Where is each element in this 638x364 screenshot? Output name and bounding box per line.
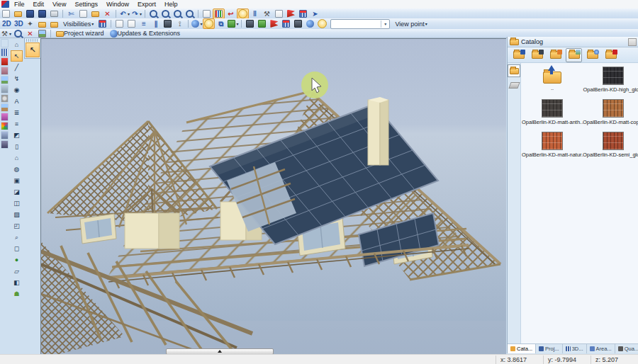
image-icon[interactable] bbox=[1, 76, 9, 84]
save-all-button[interactable] bbox=[36, 8, 48, 19]
tab-3d[interactable]: 3D... bbox=[563, 344, 587, 353]
tiles-tool[interactable]: ▨ bbox=[11, 209, 23, 220]
copy-button[interactable] bbox=[77, 8, 89, 19]
earth-button[interactable] bbox=[304, 18, 316, 29]
grid-flag-button[interactable] bbox=[297, 8, 309, 19]
category-layers-button[interactable] bbox=[508, 79, 520, 91]
catalog-item-tile[interactable]: OpalBerlin-KD-matt-anth... bbox=[522, 97, 583, 125]
catalog-materials-button[interactable] bbox=[547, 48, 564, 62]
active-select-tool[interactable]: ↖ bbox=[26, 42, 40, 57]
window-cascade-button[interactable] bbox=[113, 18, 125, 29]
house2-tool[interactable]: ⌂ bbox=[11, 152, 23, 164]
refresh-button[interactable] bbox=[201, 8, 213, 19]
building-icon[interactable] bbox=[1, 39, 9, 47]
binoculars-tool[interactable]: ◉ bbox=[11, 84, 23, 96]
link-button[interactable]: ⧉ bbox=[215, 18, 227, 29]
tab-area[interactable]: Area... bbox=[587, 344, 615, 353]
updates-extensions-button[interactable]: Updates & Extensions bbox=[107, 28, 184, 39]
pointer-blue-button[interactable]: ➤ bbox=[309, 8, 321, 19]
viewpoint-dropdown[interactable]: View point▾ bbox=[392, 18, 430, 29]
roof3-tool[interactable]: ◫ bbox=[11, 198, 23, 209]
person-tool[interactable]: ☗ bbox=[11, 288, 23, 300]
viewpoint-combobox[interactable]: ▾ bbox=[330, 19, 390, 29]
undo-button[interactable]: ↶▾ bbox=[118, 8, 130, 19]
category-folders-button[interactable] bbox=[508, 64, 520, 77]
layer-grid-button[interactable] bbox=[96, 18, 108, 29]
zoom-region-button[interactable] bbox=[184, 8, 196, 19]
settings-dropdown[interactable]: ⚒▾ bbox=[0, 28, 12, 39]
view-2d-button[interactable]: 2D bbox=[0, 18, 12, 29]
catalog-textures-button[interactable] bbox=[566, 48, 582, 62]
cut-button[interactable]: ✄ bbox=[65, 8, 77, 19]
catalog-item-tile[interactable]: OpalBerlin-KD-matt-natur... bbox=[522, 130, 583, 158]
window-split-button[interactable]: ≡ bbox=[138, 18, 150, 29]
menu-settings[interactable]: Settings bbox=[71, 0, 101, 8]
blue-grid-button[interactable] bbox=[280, 18, 292, 29]
dart-black-button[interactable] bbox=[244, 18, 256, 29]
panel-options-button[interactable] bbox=[628, 38, 637, 46]
tab-project[interactable]: Proj... bbox=[536, 344, 563, 353]
screen-button[interactable] bbox=[292, 18, 304, 29]
save-button[interactable] bbox=[24, 8, 36, 19]
catalog-item-tile[interactable]: OpalBerlin-KD-semi_glo... bbox=[583, 130, 638, 158]
sphere-tool[interactable]: ◍ bbox=[11, 164, 23, 175]
roof2-tool[interactable]: ◪ bbox=[11, 186, 23, 198]
search-tool[interactable]: ⌕ bbox=[11, 232, 23, 243]
delete-button[interactable]: ✕ bbox=[101, 8, 113, 19]
shield-icon[interactable] bbox=[1, 140, 9, 149]
combo-dropdown-icon[interactable]: ▾ bbox=[381, 21, 389, 28]
window-dark-button[interactable] bbox=[162, 18, 174, 29]
menu-file[interactable]: File bbox=[11, 0, 28, 8]
grid-icon[interactable] bbox=[1, 48, 9, 57]
print-button[interactable] bbox=[48, 8, 60, 19]
edit-window-button[interactable] bbox=[273, 8, 285, 19]
history-button[interactable] bbox=[237, 8, 249, 19]
project-wizard-button[interactable]: Project wizard bbox=[53, 28, 107, 39]
redo-button[interactable]: ↷▾ bbox=[130, 8, 142, 19]
catalog-item-tile[interactable]: OpalBerlin-KD-matt-copp... bbox=[583, 97, 638, 125]
menu-export[interactable]: Export bbox=[134, 0, 160, 8]
flag-button[interactable] bbox=[285, 8, 297, 19]
visibilities-dropdown[interactable]: Visibilities▾ bbox=[60, 18, 96, 29]
open-file-button[interactable] bbox=[12, 8, 24, 19]
catalog-export-button[interactable] bbox=[603, 48, 619, 62]
target-icon[interactable] bbox=[1, 94, 9, 103]
block-tool[interactable]: ◻ bbox=[11, 243, 23, 254]
catalog-objects-button[interactable] bbox=[529, 48, 545, 62]
new-file-button[interactable] bbox=[0, 8, 12, 19]
catalog-item-up[interactable]: .. bbox=[522, 64, 583, 91]
menu-help[interactable]: Help bbox=[161, 0, 181, 8]
select-tool[interactable]: ↖ bbox=[11, 50, 23, 62]
catalog-titlebar[interactable]: Catalog bbox=[508, 37, 638, 47]
corner-tool[interactable]: ◰ bbox=[11, 220, 23, 232]
line-tool[interactable]: ╱ bbox=[11, 62, 23, 73]
walkthrough-button[interactable]: ⟟ bbox=[174, 18, 186, 29]
ok-tool[interactable]: ● bbox=[11, 254, 23, 266]
catalog-import-button[interactable] bbox=[510, 48, 527, 62]
house-tool[interactable]: ⌂ bbox=[11, 39, 23, 50]
columns-button[interactable]: ‖ bbox=[249, 8, 261, 19]
view-3d-button[interactable]: 3D bbox=[12, 18, 24, 29]
viewport-3d[interactable] bbox=[40, 38, 506, 354]
scene-folder-button[interactable] bbox=[48, 18, 60, 29]
zoom-in-button[interactable] bbox=[147, 8, 160, 19]
world-options-button[interactable]: ▾ bbox=[191, 18, 203, 29]
camera-button[interactable] bbox=[36, 18, 48, 29]
tab-quantities[interactable]: Qua... bbox=[615, 344, 638, 353]
back-button[interactable]: ↩ bbox=[225, 8, 237, 19]
light-button[interactable] bbox=[203, 18, 215, 29]
zoom-out-button[interactable] bbox=[160, 8, 172, 19]
material-button[interactable]: ▾ bbox=[227, 18, 239, 29]
tab-catalog[interactable]: Cata... bbox=[508, 344, 536, 353]
stamp-icon[interactable] bbox=[1, 113, 9, 121]
tools-button[interactable]: ⚒ bbox=[261, 8, 273, 19]
map-icon[interactable] bbox=[1, 85, 9, 93]
dart-red-button[interactable] bbox=[268, 18, 280, 29]
picture-icon[interactable] bbox=[1, 131, 9, 140]
palette-grip[interactable] bbox=[26, 39, 39, 42]
timer-button[interactable] bbox=[316, 18, 328, 29]
zoom-fit-button[interactable] bbox=[172, 8, 184, 19]
flag-icon[interactable] bbox=[1, 57, 9, 66]
window-tool[interactable]: ▣ bbox=[11, 175, 23, 186]
menu-edit[interactable]: Edit bbox=[30, 0, 48, 8]
